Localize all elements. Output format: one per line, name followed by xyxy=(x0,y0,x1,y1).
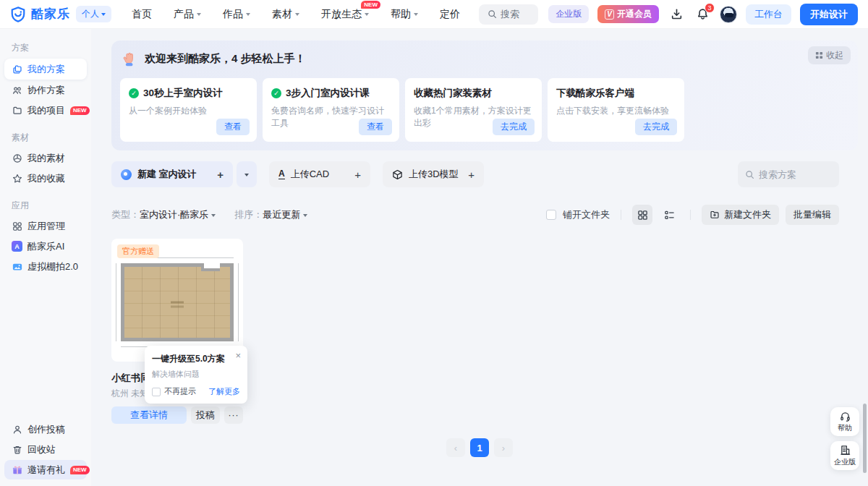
onboarding-card-download-client[interactable]: 下载酷家乐客户端 点击下载安装，享更流畅体验 去完成 xyxy=(548,78,684,142)
sidebar-item-creator-submit[interactable]: 创作投稿 xyxy=(4,419,87,439)
upload-3d-model-button[interactable]: 上传3D模型 + xyxy=(383,161,484,187)
close-icon[interactable]: × xyxy=(235,351,241,360)
gift-icon xyxy=(12,464,22,475)
chevron-down-icon xyxy=(365,13,369,16)
nav-right-actions: 企业版 V 开通会员 3 工作台 开始设计 xyxy=(548,4,858,25)
star-icon xyxy=(12,173,22,184)
wave-hand-icon xyxy=(122,51,137,67)
sidebar-item-my-materials[interactable]: 我的素材 xyxy=(4,148,87,168)
new-design-dropdown-button[interactable] xyxy=(237,161,257,187)
learn-more-link[interactable]: 了解更多 xyxy=(208,386,240,397)
expand-folders-label: 铺开文件夹 xyxy=(563,208,610,221)
sidebar-item-my-projects[interactable]: 我的项目 NEW xyxy=(4,101,87,120)
new-interior-design-button[interactable]: 新建 室内设计 + xyxy=(111,161,233,187)
complete-button[interactable]: 去完成 xyxy=(635,119,677,135)
chevron-down-icon xyxy=(246,13,250,16)
floor-plan-notch xyxy=(201,263,220,271)
photo-studio-icon xyxy=(12,261,22,272)
download-client-button[interactable] xyxy=(668,6,685,23)
plan-search[interactable] xyxy=(738,161,839,187)
plan-search-input[interactable] xyxy=(759,169,824,180)
design-thumbnail[interactable]: 官方赠送 xyxy=(111,239,243,362)
workspace-button[interactable]: 工作台 xyxy=(746,4,791,25)
building-icon xyxy=(840,445,851,456)
kujiale-logo[interactable]: 酷家乐 xyxy=(10,6,70,22)
collapse-banner-button[interactable]: 收起 xyxy=(808,46,851,64)
view-details-button[interactable]: 查看详情 xyxy=(111,406,187,424)
type-filter-label: 类型： xyxy=(111,208,140,221)
plus-icon: + xyxy=(354,169,361,181)
list-view-button[interactable] xyxy=(659,205,679,225)
sidebar-item-my-favorites[interactable]: 我的收藏 xyxy=(4,169,87,188)
collaboration-icon xyxy=(12,85,22,95)
sidebar-item-my-plans[interactable]: 我的方案 xyxy=(4,59,87,80)
sidebar-section-materials: 素材 xyxy=(12,132,91,144)
more-options-button[interactable]: ··· xyxy=(224,406,243,424)
sort-filter-dropdown[interactable]: 最近更新 xyxy=(263,208,307,221)
chevron-down-icon xyxy=(211,214,216,217)
chevron-down-icon xyxy=(295,13,299,16)
divider xyxy=(621,210,621,220)
menu-open-ecosystem[interactable]: 开放生态NEW xyxy=(321,8,369,21)
batch-edit-button[interactable]: 批量编辑 xyxy=(786,205,839,225)
scrollbar-thumb[interactable] xyxy=(863,404,867,473)
menu-products[interactable]: 产品 xyxy=(174,8,201,21)
prev-page-button[interactable]: ‹ xyxy=(446,438,465,457)
enterprise-floating-button[interactable]: 企业版 xyxy=(830,441,859,470)
menu-home[interactable]: 首页 xyxy=(132,8,152,21)
onboarding-card-quick-start[interactable]: ✓ 30秒上手室内设计 从一个案例开始体验 查看 xyxy=(120,78,257,142)
dont-remind-checkbox[interactable] xyxy=(152,388,161,396)
chevron-down-icon xyxy=(197,13,201,16)
type-filter-dropdown[interactable]: 室内设计·酷家乐 xyxy=(140,208,216,221)
sidebar-item-kujiale-ai[interactable]: A 酷家乐AI xyxy=(4,236,87,256)
main-menu: 首页 产品 作品 素材 开放生态NEW 帮助 定价 xyxy=(132,8,460,21)
nav-search-input[interactable] xyxy=(501,9,529,20)
account-type-switcher[interactable]: 个人 xyxy=(76,6,111,22)
notifications-button[interactable]: 3 xyxy=(694,6,711,23)
cad-icon: A xyxy=(278,169,285,179)
vip-membership-button[interactable]: V 开通会员 xyxy=(597,5,659,23)
dimension-line xyxy=(116,263,116,341)
person-icon xyxy=(12,424,22,435)
filter-bar: 类型： 室内设计·酷家乐 排序： 最近更新 铺开文件夹 新建文件夹 批量编辑 xyxy=(111,205,839,225)
upload-cad-button[interactable]: A 上传CAD + xyxy=(269,161,370,187)
view-button[interactable]: 查看 xyxy=(216,119,250,135)
expand-folders-checkbox[interactable] xyxy=(546,210,556,220)
sidebar-item-virtual-studio[interactable]: 虚拟棚拍2.0 xyxy=(4,257,87,276)
notification-count-badge: 3 xyxy=(705,3,715,13)
sidebar-item-recycle-bin[interactable]: 回收站 xyxy=(4,440,87,459)
headset-icon xyxy=(840,411,851,422)
sidebar-item-collab-plans[interactable]: 协作方案 xyxy=(4,80,87,100)
onboarding-card-design-course[interactable]: ✓ 3步入门室内设计课 免费咨询名师，快速学习设计工具 查看 xyxy=(263,78,399,142)
menu-works[interactable]: 作品 xyxy=(223,8,250,21)
kujiale-logo-icon xyxy=(10,7,26,22)
sidebar-section-plans: 方案 xyxy=(12,42,91,54)
room-label-mark xyxy=(171,302,184,304)
onboarding-card-favorite-materials[interactable]: 收藏热门家装素材 收藏1个常用素材，方案设计更出彩 去完成 xyxy=(405,78,542,142)
user-avatar[interactable] xyxy=(720,6,737,23)
menu-materials[interactable]: 素材 xyxy=(272,8,299,21)
enterprise-version-button[interactable]: 企业版 xyxy=(548,5,589,23)
page-1-button[interactable]: 1 xyxy=(470,438,489,457)
sidebar-item-app-management[interactable]: 应用管理 xyxy=(4,216,87,236)
view-button[interactable]: 查看 xyxy=(359,119,392,135)
download-icon xyxy=(671,8,683,20)
sidebar-item-invite-gift[interactable]: 邀请有礼 NEW xyxy=(4,460,87,479)
menu-help[interactable]: 帮助 xyxy=(391,8,418,21)
creation-toolbar: 新建 室内设计 + A 上传CAD + 上传3D模型 + xyxy=(111,161,839,187)
search-icon xyxy=(745,170,754,179)
complete-button[interactable]: 去完成 xyxy=(493,119,535,135)
start-design-button[interactable]: 开始设计 xyxy=(800,4,858,25)
nav-search[interactable] xyxy=(479,4,538,25)
help-floating-button[interactable]: 帮助 xyxy=(830,407,859,436)
new-folder-button[interactable]: 新建文件夹 xyxy=(702,205,779,225)
submit-button[interactable]: 投稿 xyxy=(191,406,220,424)
grid-view-button[interactable] xyxy=(632,205,652,225)
material-box-icon xyxy=(12,153,22,163)
pagination: ‹ 1 › xyxy=(446,438,513,457)
trash-icon xyxy=(12,444,22,455)
menu-pricing[interactable]: 定价 xyxy=(440,8,460,21)
next-page-button[interactable]: › xyxy=(494,438,513,457)
main-content: 欢迎来到酷家乐，4 步轻松上手！ 收起 ✓ 30秒上手室内设计 从一个案例开始体… xyxy=(91,29,868,486)
check-circle-icon: ✓ xyxy=(129,88,139,98)
